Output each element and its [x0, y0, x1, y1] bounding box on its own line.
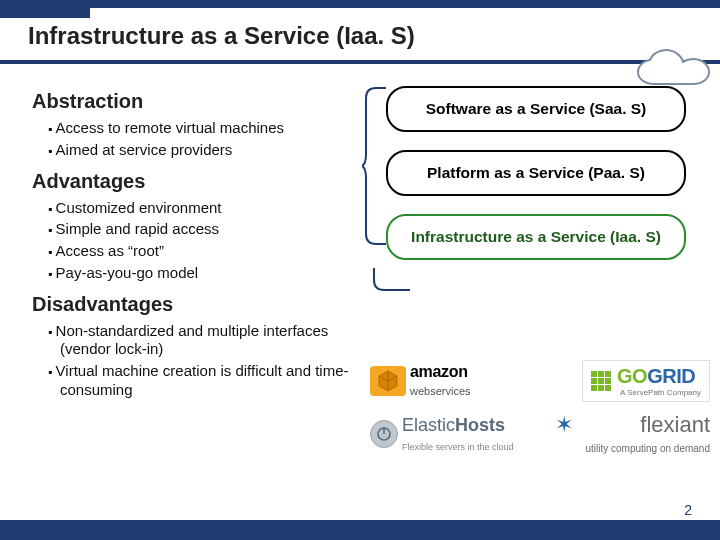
heading-abstraction: Abstraction — [32, 90, 356, 113]
logo-flexiant: ✶ flexiant utility computing on demand — [555, 412, 710, 456]
left-column: Abstraction Access to remote virtual mac… — [36, 80, 356, 403]
power-icon — [370, 420, 398, 448]
list-item: Non-standardized and multiple interfaces… — [48, 322, 356, 360]
logo-text: amazon — [410, 363, 468, 380]
top-bar — [0, 0, 720, 8]
heading-disadvantages: Disadvantages — [32, 293, 356, 316]
slide-title: Infrastructure as a Service (Iaa. S) — [0, 8, 720, 56]
bracket-icon — [362, 86, 390, 256]
grid-icon — [591, 371, 611, 391]
slide: Infrastructure as a Service (Iaa. S) Abs… — [0, 0, 720, 540]
logo-row: amazon webservices GOGRID A ServePath Co… — [370, 360, 710, 402]
list-item: Customized environment — [48, 199, 356, 218]
logo-gogrid: GOGRID A ServePath Company — [582, 360, 710, 402]
footer-bar — [0, 520, 720, 540]
connector-line — [372, 266, 412, 292]
logo-elastichosts: ElasticHosts Flexible servers in the clo… — [370, 415, 514, 454]
accent-block — [0, 0, 90, 18]
cube-icon — [370, 366, 406, 396]
list-item: Pay-as-you-go model — [48, 264, 356, 283]
logo-row: ElasticHosts Flexible servers in the clo… — [370, 412, 710, 456]
logo-text: flexiant — [640, 412, 710, 437]
list-item: Virtual machine creation is difficult an… — [48, 362, 356, 400]
layer-saas: Software as a Service (Saa. S) — [386, 86, 686, 132]
list-item: Access to remote virtual machines — [48, 119, 356, 138]
logo-amazon: amazon webservices — [370, 363, 471, 399]
logo-sub: Flexible servers in the cloud — [402, 442, 514, 452]
heading-advantages: Advantages — [32, 170, 356, 193]
list-item: Simple and rapid access — [48, 220, 356, 239]
list-abstraction: Access to remote virtual machines Aimed … — [36, 119, 356, 160]
logo-sub: webservices — [410, 385, 471, 397]
star-icon: ✶ — [555, 412, 573, 438]
logo-text: GO — [617, 365, 647, 387]
logo-text: Elastic — [402, 415, 455, 435]
content-area: Abstraction Access to remote virtual mac… — [0, 64, 720, 403]
logo-text: GRID — [647, 365, 695, 387]
list-item: Access as “root” — [48, 242, 356, 261]
list-item: Aimed at service providers — [48, 141, 356, 160]
page-number: 2 — [684, 502, 692, 518]
list-advantages: Customized environment Simple and rapid … — [36, 199, 356, 283]
logos-area: amazon webservices GOGRID A ServePath Co… — [370, 360, 710, 466]
logo-sub: utility computing on demand — [585, 443, 710, 454]
logo-text: Hosts — [455, 415, 505, 435]
layer-iaas: Infrastructure as a Service (Iaa. S) — [386, 214, 686, 260]
list-disadvantages: Non-standardized and multiple interfaces… — [36, 322, 356, 400]
right-column: Software as a Service (Saa. S) Platform … — [356, 80, 686, 403]
layer-paas: Platform as a Service (Paa. S) — [386, 150, 686, 196]
logo-sub: A ServePath Company — [620, 388, 701, 397]
